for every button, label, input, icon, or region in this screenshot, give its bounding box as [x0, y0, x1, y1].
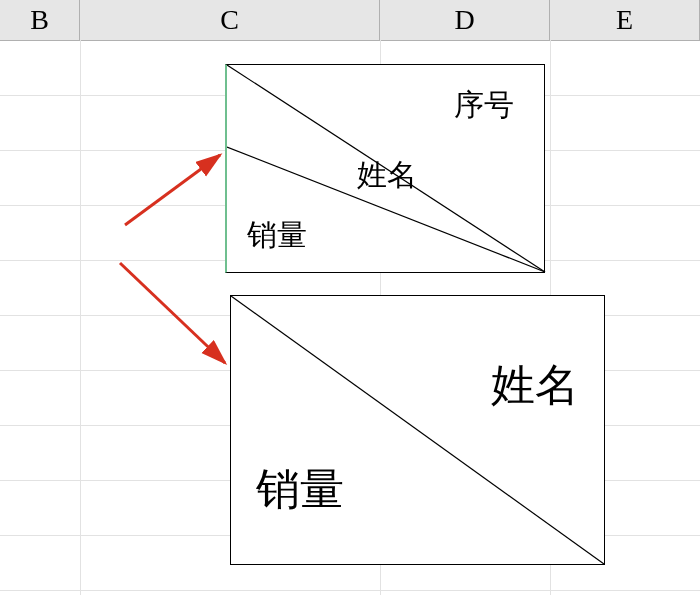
diagonal-header-box-2way: 姓名 销量: [230, 295, 605, 565]
column-header-E[interactable]: E: [550, 0, 700, 40]
label-sales-large: 销量: [256, 460, 344, 519]
diagonal-line-2way-icon: [231, 296, 606, 566]
label-name-large: 姓名: [491, 356, 579, 415]
svg-line-3: [125, 155, 220, 225]
svg-line-2: [231, 296, 604, 564]
arrow-icon: [115, 258, 245, 378]
label-sequence: 序号: [454, 85, 514, 126]
column-header-strip: B C D E: [0, 0, 700, 41]
column-header-D[interactable]: D: [380, 0, 550, 40]
diagonal-header-box-3way: 序号 姓名 销量: [225, 64, 545, 273]
label-sales: 销量: [247, 215, 307, 256]
column-header-B[interactable]: B: [0, 0, 80, 40]
arrow-icon: [120, 145, 240, 235]
svg-line-4: [120, 263, 225, 363]
label-name: 姓名: [357, 155, 417, 196]
gridline-vertical: [80, 40, 81, 595]
column-header-C[interactable]: C: [80, 0, 380, 40]
gridline-horizontal: [0, 590, 700, 591]
